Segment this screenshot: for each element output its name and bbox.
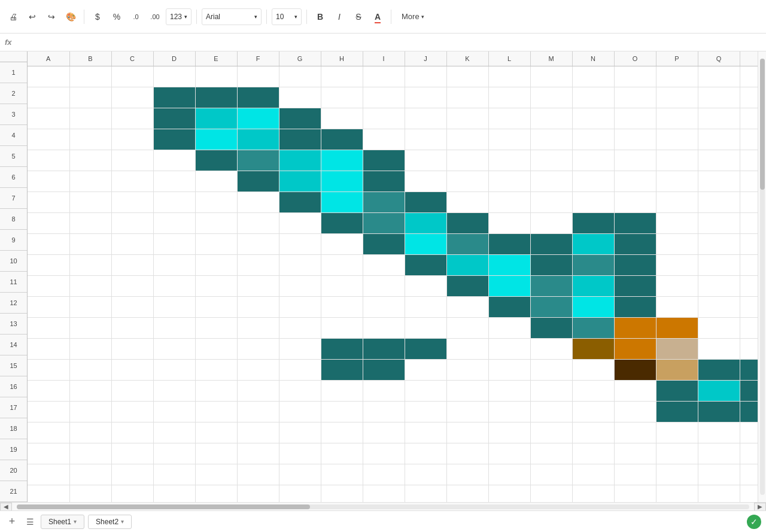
cell-C13[interactable]: [111, 317, 153, 338]
cell-A15[interactable]: [28, 359, 69, 380]
cell-C19[interactable]: [111, 443, 153, 464]
cell-J9[interactable]: [405, 233, 446, 254]
cell-I6[interactable]: [363, 171, 405, 191]
cell-H11[interactable]: [321, 275, 363, 296]
cell-P7[interactable]: [656, 191, 698, 212]
cell-O19[interactable]: [614, 443, 656, 464]
cell-L11[interactable]: [488, 275, 530, 296]
cell-G4[interactable]: [279, 129, 321, 150]
cell-J11[interactable]: [405, 275, 446, 296]
cell-O7[interactable]: [614, 191, 656, 212]
cell-Q17[interactable]: [698, 401, 740, 422]
cell-M10[interactable]: [530, 254, 572, 275]
cell-L21[interactable]: [488, 485, 530, 502]
row-header-15[interactable]: 15: [0, 355, 27, 376]
decimal-inc-button[interactable]: .00: [147, 8, 163, 25]
cell-P6[interactable]: [656, 171, 698, 191]
cell-Q16[interactable]: [698, 380, 740, 401]
cell-H7[interactable]: [321, 191, 363, 212]
cell-A3[interactable]: [28, 108, 69, 129]
cell-C21[interactable]: [111, 485, 153, 502]
cell-Q10[interactable]: [698, 254, 740, 275]
cell-B15[interactable]: [69, 359, 111, 380]
cell-N3[interactable]: [572, 108, 614, 129]
cell-J6[interactable]: [405, 171, 446, 191]
col-header-B[interactable]: B: [69, 51, 111, 66]
cell-P9[interactable]: [656, 233, 698, 254]
col-header-G[interactable]: G: [279, 51, 321, 66]
row-header-14[interactable]: 14: [0, 335, 27, 355]
cell-L9[interactable]: [488, 233, 530, 254]
cell-K3[interactable]: [446, 108, 488, 129]
cell-O11[interactable]: [614, 275, 656, 296]
cell-D18[interactable]: [153, 422, 195, 443]
cell-O17[interactable]: [614, 401, 656, 422]
col-header-J[interactable]: J: [405, 51, 446, 66]
redo-button[interactable]: ↪: [43, 8, 60, 25]
sheet2-tab[interactable]: Sheet2 ▾: [88, 515, 132, 529]
cell-R15[interactable]: [740, 359, 758, 380]
cell-G19[interactable]: [279, 443, 321, 464]
row-header-13[interactable]: 13: [0, 314, 27, 335]
cell-G5[interactable]: [279, 150, 321, 171]
cell-Q15[interactable]: [698, 359, 740, 380]
cell-O10[interactable]: [614, 254, 656, 275]
cell-O1[interactable]: [614, 66, 656, 87]
cell-H5[interactable]: [321, 150, 363, 171]
cell-B17[interactable]: [69, 401, 111, 422]
cell-I12[interactable]: [363, 296, 405, 317]
cell-R13[interactable]: [740, 317, 758, 338]
cell-N4[interactable]: [572, 129, 614, 150]
cell-B13[interactable]: [69, 317, 111, 338]
cell-P2[interactable]: [656, 87, 698, 108]
col-header-E[interactable]: E: [195, 51, 237, 66]
cell-E7[interactable]: [195, 191, 237, 212]
cell-G8[interactable]: [279, 212, 321, 233]
cell-H3[interactable]: [321, 108, 363, 129]
cell-H15[interactable]: [321, 359, 363, 380]
row-header-11[interactable]: 11: [0, 272, 27, 293]
cell-G3[interactable]: [279, 108, 321, 129]
cell-K1[interactable]: [446, 66, 488, 87]
cell-M13[interactable]: [530, 317, 572, 338]
cell-B14[interactable]: [69, 338, 111, 359]
row-header-21[interactable]: 21: [0, 481, 27, 502]
cell-L17[interactable]: [488, 401, 530, 422]
cell-D7[interactable]: [153, 191, 195, 212]
cell-P18[interactable]: [656, 422, 698, 443]
cell-F21[interactable]: [237, 485, 279, 502]
cell-G17[interactable]: [279, 401, 321, 422]
cell-G15[interactable]: [279, 359, 321, 380]
cell-J5[interactable]: [405, 150, 446, 171]
cell-B8[interactable]: [69, 212, 111, 233]
cell-K12[interactable]: [446, 296, 488, 317]
cell-R21[interactable]: [740, 485, 758, 502]
col-header-O[interactable]: O: [614, 51, 656, 66]
cell-H10[interactable]: [321, 254, 363, 275]
cell-H17[interactable]: [321, 401, 363, 422]
cell-J15[interactable]: [405, 359, 446, 380]
cell-A14[interactable]: [28, 338, 69, 359]
cell-F8[interactable]: [237, 212, 279, 233]
cell-F17[interactable]: [237, 401, 279, 422]
cell-E19[interactable]: [195, 443, 237, 464]
vertical-scrollbar[interactable]: [758, 51, 766, 502]
row-header-8[interactable]: 8: [0, 209, 27, 230]
cell-J4[interactable]: [405, 129, 446, 150]
cell-R16[interactable]: [740, 380, 758, 401]
cell-B12[interactable]: [69, 296, 111, 317]
cell-C18[interactable]: [111, 422, 153, 443]
cell-Q18[interactable]: [698, 422, 740, 443]
cell-J13[interactable]: [405, 317, 446, 338]
col-header-L[interactable]: L: [488, 51, 530, 66]
cell-D13[interactable]: [153, 317, 195, 338]
cell-K11[interactable]: [446, 275, 488, 296]
cell-P20[interactable]: [656, 464, 698, 485]
cell-M17[interactable]: [530, 401, 572, 422]
number-format-dropdown[interactable]: 123 ▾: [166, 8, 192, 25]
cell-M1[interactable]: [530, 66, 572, 87]
cell-A11[interactable]: [28, 275, 69, 296]
row-header-6[interactable]: 6: [0, 167, 27, 188]
cell-O9[interactable]: [614, 233, 656, 254]
cell-O5[interactable]: [614, 150, 656, 171]
